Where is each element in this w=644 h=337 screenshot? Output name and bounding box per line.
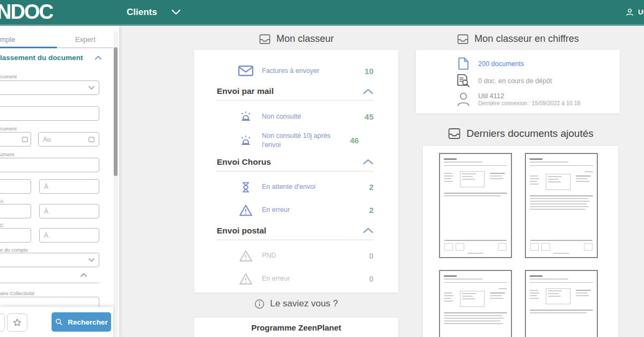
tab-simple[interactable]: mple (0, 33, 57, 48)
item-label[interactable]: PND (262, 251, 362, 260)
calendar-icon[interactable] (88, 136, 95, 143)
classeur-title-text: Mon classeur (276, 33, 334, 45)
document-thumbnail[interactable] (439, 153, 512, 258)
tip-card-text: Programme ZeenPlanet (251, 323, 341, 332)
item-label[interactable]: Non consulté (262, 112, 357, 121)
range3-from-input[interactable] (0, 228, 31, 243)
stats-title-text: Mon classeur en chiffres (474, 33, 579, 45)
inbox-icon (448, 128, 461, 140)
recent-title-text: Derniers documents ajoutés (466, 128, 594, 140)
field-label-range-c: C (0, 222, 4, 228)
hourglass-icon (237, 180, 254, 194)
user-menu[interactable]: Util (625, 0, 644, 24)
documents-link[interactable]: 200 documents (478, 60, 524, 68)
item-count: 2 (369, 206, 374, 215)
info-icon (254, 299, 265, 309)
sidebar-scrollbar[interactable] (114, 47, 118, 176)
field-label-range-a: A (0, 198, 3, 204)
section-envoi-mail[interactable]: Envoi par mail (217, 86, 374, 101)
range2-to-input[interactable] (39, 204, 99, 218)
list-item-non-consulte-10j[interactable]: Non consulté 10j après l'envoi 46 (237, 131, 374, 150)
document-thumbnail[interactable] (525, 270, 598, 337)
list-item-erreur-chorus[interactable]: En erreur 2 (237, 202, 374, 218)
section-envoi-postal[interactable]: Envoi postal (217, 226, 374, 240)
item-label[interactable]: Non consulté 10j après l'envoi (262, 131, 342, 150)
list-item-attente-envoi[interactable]: En attente d'envoi 2 (237, 179, 374, 195)
range3-to-input[interactable] (39, 228, 99, 243)
chevron-up-icon (94, 55, 102, 60)
last-connection: Dernière connexion : 15/09/2022 à 10.18 (478, 100, 580, 106)
stat-user: Util 4112 Dernière connexion : 15/09/202… (455, 91, 609, 107)
document-text-input[interactable] (0, 106, 99, 121)
stats-card: 200 documents 0 doc. en cours de dépôt U… (416, 50, 620, 113)
section-collapse-header[interactable] (0, 272, 99, 283)
chevron-up-icon (363, 89, 374, 94)
section-title: Envoi postal (217, 226, 266, 236)
search-button-label: Rechercher (68, 318, 107, 326)
range2-from-input[interactable] (0, 204, 31, 218)
range1-to-input[interactable] (39, 179, 99, 194)
document-thumbnail[interactable] (439, 270, 512, 337)
document-icon (455, 57, 472, 70)
recent-documents-card (423, 146, 618, 337)
section-title: Envoi Chorus (217, 157, 271, 167)
clear-button[interactable] (0, 313, 5, 332)
chevron-up-icon (363, 159, 374, 165)
search-icon (55, 318, 63, 326)
item-count: 0 (369, 251, 374, 260)
classeur-title: Mon classeur (194, 33, 398, 45)
warning-icon (237, 204, 254, 217)
user-icon (455, 91, 472, 107)
section-envoi-chorus[interactable]: Envoi Chorus (217, 157, 374, 172)
document-type-select[interactable] (0, 80, 99, 95)
section-classement-title: lassement du document (0, 54, 83, 62)
account-select[interactable] (0, 253, 99, 267)
item-count: 45 (364, 112, 374, 121)
sidebar-action-bar: Rechercher (0, 307, 113, 337)
tab-expert[interactable]: Expert (57, 33, 114, 47)
list-item-pnd[interactable]: PND 0 (237, 248, 374, 264)
beacon-icon (237, 109, 254, 123)
calendar-icon[interactable] (21, 136, 28, 143)
field-label-date: cument (0, 126, 17, 131)
envelope-icon (237, 64, 254, 77)
warning-icon (237, 273, 254, 285)
favorite-search-button[interactable] (7, 313, 27, 332)
beacon-icon (237, 134, 254, 148)
top-header: NDOC Clients Util (0, 0, 644, 26)
section-classement-header[interactable]: lassement du document (0, 54, 102, 62)
search-sidebar: mple Expert lassement du document cument… (0, 26, 119, 337)
list-item-non-consulte[interactable]: Non consulté 45 (237, 108, 374, 124)
item-label[interactable]: En erreur (262, 206, 362, 215)
document-thumbnail[interactable] (525, 153, 598, 258)
item-label[interactable]: En erreur (262, 274, 362, 283)
list-item-factures[interactable]: Factures à envoyer 10 (237, 63, 374, 79)
warning-icon (237, 250, 254, 262)
inbox-icon (457, 34, 469, 45)
search-mode-tabs: mple Expert (0, 33, 114, 48)
tip-title-text: Le saviez vous ? (270, 298, 338, 309)
item-label[interactable]: Factures à envoyer (262, 67, 357, 76)
classeur-card: Factures à envoyer 10 Envoi par mail Non… (194, 50, 398, 292)
chevron-down-icon (171, 9, 181, 15)
document-search-icon (455, 73, 472, 89)
clients-label: Clients (127, 7, 157, 18)
field-label-type: cument (0, 74, 17, 79)
list-item-erreur-postal[interactable]: En erreur 0 (237, 271, 374, 287)
sidebar-scroll-track[interactable] (113, 31, 118, 337)
inbox-icon (259, 34, 271, 45)
range1-from-input[interactable] (0, 179, 31, 194)
tip-card[interactable]: Programme ZeenPlanet (194, 318, 398, 337)
document-number-input[interactable] (0, 158, 99, 172)
chevron-up-icon (363, 228, 374, 233)
item-label[interactable]: En attente d'envoi (262, 182, 362, 192)
chevron-down-icon (88, 258, 95, 262)
item-count: 2 (369, 182, 374, 192)
app-logo[interactable]: NDOC (0, 1, 53, 24)
tip-title: Le saviez vous ? (194, 298, 398, 309)
chevron-up-icon (80, 273, 87, 277)
pending-text: 0 doc. en cours de dépôt (478, 77, 552, 85)
field-label-number: ument (0, 151, 14, 157)
search-button[interactable]: Rechercher (52, 312, 111, 332)
clients-dropdown[interactable]: Clients (127, 0, 181, 24)
